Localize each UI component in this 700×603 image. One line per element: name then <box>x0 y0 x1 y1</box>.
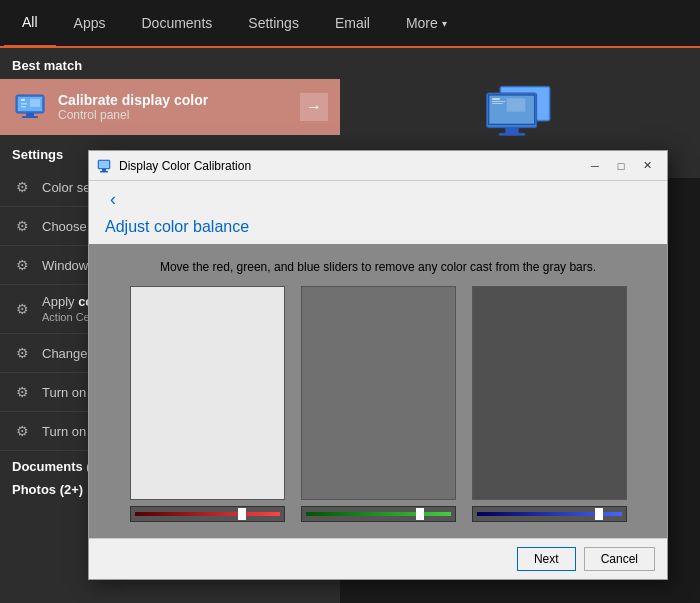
cancel-button[interactable]: Cancel <box>584 547 655 571</box>
dialog-footer: Next Cancel <box>89 538 667 579</box>
dialog-title-text: Display Color Calibration <box>119 159 583 173</box>
settings-icon: ⚙ <box>12 299 32 319</box>
maximize-button[interactable]: □ <box>609 156 633 176</box>
chevron-down-icon: ▾ <box>442 18 447 29</box>
dialog-body: ‹ Adjust color balance Move the red, gre… <box>89 181 667 579</box>
tab-apps[interactable]: Apps <box>56 0 124 47</box>
minimize-button[interactable]: ─ <box>583 156 607 176</box>
calibrate-icon <box>12 89 48 125</box>
best-match-subtitle: Control panel <box>58 108 300 122</box>
svg-rect-13 <box>505 128 518 133</box>
svg-rect-3 <box>22 116 38 118</box>
svg-rect-5 <box>21 103 27 105</box>
dialog-instruction: Move the red, green, and blue sliders to… <box>160 260 596 274</box>
best-match-text: Calibrate display color Control panel <box>58 92 300 122</box>
monitor-preview-icon <box>480 78 560 148</box>
dialog-back-row: ‹ <box>89 181 667 218</box>
svg-rect-18 <box>507 98 526 111</box>
svg-rect-17 <box>492 103 503 104</box>
dialog-section-title: Adjust color balance <box>89 218 667 244</box>
tab-more[interactable]: More ▾ <box>388 0 465 47</box>
color-bar-group-blue <box>472 286 627 522</box>
tab-settings[interactable]: Settings <box>230 0 317 47</box>
blue-slider[interactable] <box>472 506 627 522</box>
settings-icon: ⚙ <box>12 216 32 236</box>
svg-rect-6 <box>21 106 26 108</box>
next-button[interactable]: Next <box>517 547 576 571</box>
dialog-window-controls: ─ □ ✕ <box>583 156 659 176</box>
top-nav: All Apps Documents Settings Email More ▾ <box>0 0 700 48</box>
settings-icon: ⚙ <box>12 382 32 402</box>
color-bars-container <box>105 286 651 522</box>
svg-rect-16 <box>492 101 505 102</box>
svg-rect-20 <box>99 161 109 168</box>
color-bar-white <box>130 286 285 500</box>
green-slider[interactable] <box>301 506 456 522</box>
red-slider[interactable] <box>130 506 285 522</box>
svg-rect-7 <box>30 99 40 107</box>
svg-rect-21 <box>102 169 106 171</box>
dialog: Display Color Calibration ─ □ ✕ ‹ Adjust… <box>88 150 668 580</box>
svg-rect-2 <box>26 113 34 116</box>
dialog-content-area: Move the red, green, and blue sliders to… <box>89 244 667 538</box>
settings-icon: ⚙ <box>12 255 32 275</box>
svg-rect-15 <box>492 98 500 99</box>
settings-icon: ⚙ <box>12 177 32 197</box>
color-bar-dark <box>472 286 627 500</box>
svg-rect-4 <box>21 99 25 101</box>
best-match-title: Calibrate display color <box>58 92 300 108</box>
tab-documents[interactable]: Documents <box>123 0 230 47</box>
dialog-title-icon <box>97 158 113 174</box>
svg-rect-14 <box>499 133 526 136</box>
best-match-item[interactable]: Calibrate display color Control panel → <box>0 79 340 135</box>
settings-icon: ⚙ <box>12 421 32 441</box>
color-bar-group-red <box>130 286 285 522</box>
close-button[interactable]: ✕ <box>635 156 659 176</box>
settings-icon: ⚙ <box>12 343 32 363</box>
tab-email[interactable]: Email <box>317 0 388 47</box>
back-button[interactable]: ‹ <box>101 189 125 210</box>
best-match-label: Best match <box>0 48 340 79</box>
tab-all[interactable]: All <box>4 0 56 47</box>
svg-rect-22 <box>100 171 108 173</box>
best-match-arrow-icon: → <box>300 93 328 121</box>
color-bar-gray <box>301 286 456 500</box>
dialog-titlebar: Display Color Calibration ─ □ ✕ <box>89 151 667 181</box>
color-bar-group-green <box>301 286 456 522</box>
